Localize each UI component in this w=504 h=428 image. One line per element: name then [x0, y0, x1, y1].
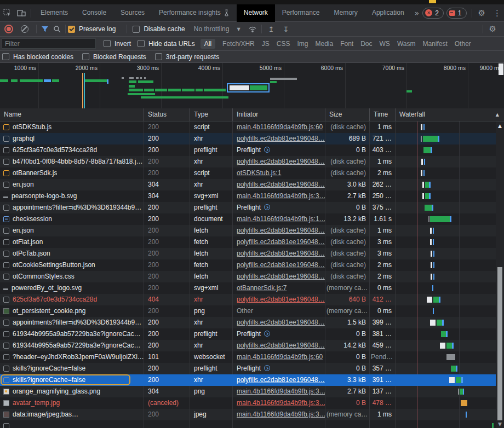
preserve-log-checkbox[interactable] — [68, 26, 75, 33]
table-row[interactable]: otPcTab.json200fetchpolyfills.ec2dab81ee… — [0, 248, 504, 259]
chip-wasm[interactable]: Wasm — [397, 40, 416, 48]
tab-elements[interactable]: Elements — [33, 4, 75, 22]
initiator-link[interactable]: main.4b1166fd9da4b9fb.js:60 — [237, 123, 323, 131]
tab-memory[interactable]: Memory — [327, 4, 365, 22]
table-row[interactable]: ot_persistent_cookie.png200pngOther(memo… — [0, 305, 504, 317]
overview-scroll-fragment[interactable] — [499, 63, 503, 75]
initiator-link[interactable]: polyfills.ec2dab81ee196048… — [237, 296, 325, 303]
scrollbar-thumb[interactable] — [497, 267, 502, 420]
filter-funnel-icon[interactable] — [39, 24, 51, 34]
tab-performance-insights[interactable]: Performance insights — [152, 4, 237, 22]
table-row[interactable]: otSDKStub.js200scriptmain.4b1166fd9da4b9… — [0, 122, 504, 133]
table-row[interactable]: otCookieSettingsButton.json200fetchpolyf… — [0, 259, 504, 271]
initiator-link[interactable]: polyfills.ec2dab81ee196048… — [237, 238, 325, 246]
table-row[interactable]: appointments?filter=id%3D%3D619344b99…20… — [0, 317, 504, 328]
initiator-link[interactable]: polyfills.ec2dab81ee196048… — [237, 319, 325, 326]
initiator-link[interactable]: polyfills.ec2dab81ee196048… — [237, 135, 325, 142]
tab-console[interactable]: Console — [75, 4, 113, 22]
scroll-down-icon[interactable]: ▼ — [496, 421, 504, 427]
table-row[interactable]: checksession200documentmain.4b1166fd9da4… — [0, 213, 504, 225]
table-row[interactable]: pearsonpte-logo-b.svg304svg+xmlmain.4b11… — [0, 190, 504, 202]
network-conditions-icon[interactable] — [247, 24, 259, 34]
column-header-initiator[interactable]: Initiator — [233, 108, 325, 121]
table-row[interactable]: poweredBy_ot_logo.svg200svg+xmlotBannerS… — [0, 282, 504, 294]
kebab-menu-icon[interactable]: ⋮ — [489, 8, 504, 18]
table-row[interactable]: otBannerSdk.js200scriptotSDKStub.js:1(di… — [0, 167, 504, 179]
blocked-requests-checkbox[interactable] — [82, 53, 89, 60]
initiator-link[interactable]: polyfills.ec2dab81ee196048… — [237, 227, 325, 234]
issues-badge[interactable]: 1 — [446, 8, 467, 19]
error-badge[interactable]: ✕ 2 — [422, 8, 444, 19]
hide-data-urls-checkbox[interactable] — [138, 40, 145, 47]
tab-sources[interactable]: Sources — [113, 4, 152, 22]
table-row[interactable]: en.json200fetchpolyfills.ec2dab81ee19604… — [0, 225, 504, 236]
device-toolbar-icon[interactable] — [14, 7, 28, 20]
column-header-time[interactable]: Time — [370, 108, 396, 121]
table-row[interactable]: ?header=eyJhdXRob3JpemF0aW9uIjoiZXlK…101… — [0, 351, 504, 363]
vertical-scrollbar[interactable]: ▲▼ — [496, 122, 504, 428]
table-row[interactable]: 625cf3a67c0e3d5734cca28d404xhrpolyfills.… — [0, 294, 504, 305]
table-row[interactable]: otCommonStyles.css200fetchpolyfills.ec2d… — [0, 271, 504, 282]
column-header-name[interactable]: Name — [0, 108, 144, 121]
3rd-party-requests-checkbox[interactable] — [155, 53, 162, 60]
chip-ws[interactable]: WS — [380, 40, 390, 48]
initiator-link[interactable]: polyfills.ec2dab81ee196048… — [237, 181, 325, 188]
export-har-icon[interactable]: ↧ — [279, 25, 294, 33]
tab-application[interactable]: Application — [365, 4, 411, 22]
overview-selection-box[interactable] — [227, 83, 270, 92]
clear-button[interactable] — [21, 25, 28, 33]
initiator-link[interactable]: polyfills.ec2dab81ee196048… — [237, 273, 325, 280]
column-header-status[interactable]: Status — [144, 108, 190, 121]
network-overview[interactable]: 1000 ms2000 ms3000 ms4000 ms5000 ms6000 … — [0, 63, 504, 109]
initiator-link[interactable]: otSDKStub.js:1 — [237, 169, 281, 177]
tab-performance[interactable]: Performance — [275, 4, 327, 22]
network-settings-gear-icon[interactable]: ⚙ — [485, 24, 504, 34]
filter-input[interactable] — [2, 38, 96, 49]
initiator-link[interactable]: main.4b1166fd9da4b9fb.js:3… — [237, 399, 325, 407]
chip-doc[interactable]: Doc — [360, 40, 372, 48]
column-header-size[interactable]: Size — [325, 108, 370, 121]
initiator-link[interactable]: polyfills.ec2dab81ee196048… — [237, 376, 325, 384]
initiator-link[interactable]: polyfills.ec2dab81ee196048… — [237, 158, 325, 165]
table-row[interactable]: otFlat.json200fetchpolyfills.ec2dab81ee1… — [0, 236, 504, 248]
table-row[interactable]: en.json304xhrpolyfills.ec2dab81ee196048…… — [0, 179, 504, 190]
tab-network[interactable]: Network — [237, 4, 275, 22]
invert-checkbox[interactable] — [104, 40, 111, 47]
initiator-link[interactable]: polyfills.ec2dab81ee196048… — [237, 261, 325, 269]
import-har-icon[interactable]: ↥ — [264, 25, 279, 33]
chip-css[interactable]: CSS — [277, 40, 290, 48]
chip-other[interactable]: Other — [455, 40, 471, 48]
chip-font[interactable]: Font — [340, 40, 353, 48]
chip-manifest[interactable]: Manifest — [422, 40, 447, 48]
initiator-link[interactable]: main.4b1166fd9da4b9fb.js:3… — [237, 192, 325, 200]
initiator-link[interactable]: main.4b1166fd9da4b9fb.js:3… — [237, 410, 325, 418]
table-row[interactable]: 619344b9955a9ab57229ba3e?ignoreCache…200… — [0, 340, 504, 351]
table-row[interactable] — [0, 420, 504, 428]
table-row[interactable]: avatar_temp.jpg(canceled)main.4b1166fd9d… — [0, 397, 504, 409]
record-button[interactable] — [4, 25, 13, 33]
initiator-link[interactable]: otBannerSdk.js:7 — [237, 284, 287, 292]
table-row[interactable]: skills?ignoreCache=false200preflightPref… — [0, 363, 504, 374]
chip-js[interactable]: JS — [262, 40, 270, 48]
table-row[interactable]: data:image/jpeg;bas…200jpegmain.4b1166fd… — [0, 409, 504, 420]
chip-media[interactable]: Media — [315, 40, 333, 48]
table-row[interactable]: orange_magnifying_glass.png304pngmain.4b… — [0, 386, 504, 397]
initiator-link[interactable]: main.4b1166fd9da4b9fb.js:3… — [237, 387, 325, 395]
initiator-link[interactable]: polyfills.ec2dab81ee196048… — [237, 342, 325, 349]
throttling-select[interactable]: No throttling ▼ — [194, 25, 240, 33]
chip-img[interactable]: Img — [297, 40, 308, 48]
chip-fetch-xhr[interactable]: Fetch/XHR — [222, 40, 255, 48]
settings-gear-icon[interactable]: ⚙ — [474, 8, 489, 18]
table-row[interactable]: 619344b9955a9ab57229ba3e?ignoreCache…200… — [0, 328, 504, 340]
inspect-icon[interactable] — [0, 7, 14, 20]
has-blocked-cookies-checkbox[interactable] — [2, 53, 9, 60]
initiator-link[interactable]: main.4b1166fd9da4b9fb.js:1… — [237, 215, 325, 223]
search-icon[interactable] — [51, 24, 63, 34]
initiator-link[interactable]: main.4b1166fd9da4b9fb.js:60 — [237, 353, 323, 361]
scroll-up-icon[interactable]: ▲ — [496, 123, 504, 129]
table-row[interactable]: b47f0bd1-0f08-4bbb-8d57-8b8a717fa818.j…2… — [0, 156, 504, 167]
more-tabs-chevron[interactable]: » — [411, 9, 423, 18]
table-row[interactable]: 625cf3a67c0e3d5734cca28d200preflightPref… — [0, 144, 504, 156]
disable-cache-checkbox[interactable] — [133, 26, 140, 33]
table-row[interactable]: appointments?filter=id%3D%3D619344b99…20… — [0, 202, 504, 213]
